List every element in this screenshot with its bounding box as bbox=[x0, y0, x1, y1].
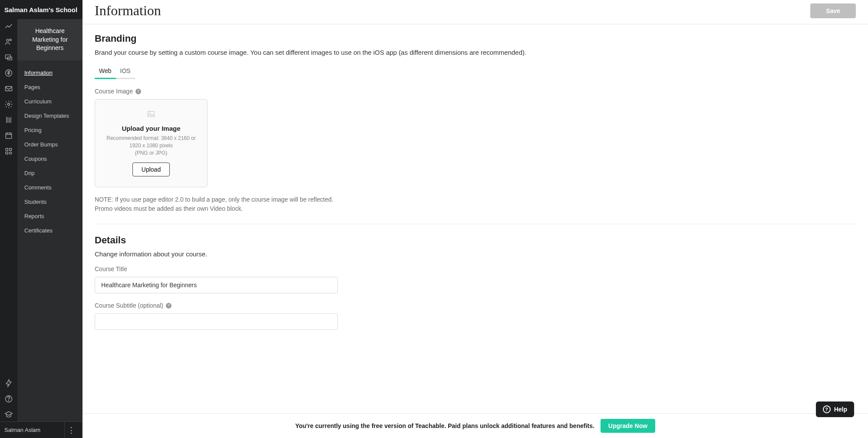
svg-point-0 bbox=[7, 39, 9, 41]
course-subtitle-label: Course Subtitle (optional) ? bbox=[95, 302, 856, 309]
svg-rect-8 bbox=[6, 148, 8, 150]
nav-pages[interactable]: Pages bbox=[17, 80, 83, 94]
nav-list: Information Pages Curriculum Design Temp… bbox=[17, 60, 83, 243]
upgrade-button[interactable]: Upgrade Now bbox=[601, 419, 655, 433]
course-image-label: Course Image ? bbox=[95, 88, 856, 95]
site-icon[interactable] bbox=[4, 53, 13, 62]
svg-point-6 bbox=[8, 103, 10, 106]
nav-comments[interactable]: Comments bbox=[17, 180, 83, 195]
analytics-icon[interactable] bbox=[4, 22, 13, 30]
branding-heading: Branding bbox=[95, 33, 856, 44]
help-tooltip-icon[interactable]: ? bbox=[135, 89, 141, 94]
save-button[interactable]: Save bbox=[810, 3, 856, 18]
banner-text: You're currently using the free version … bbox=[295, 422, 594, 429]
upload-hint-line1: Recommended format: 3840 x 2160 or 1920 … bbox=[106, 135, 195, 149]
upload-button[interactable]: Upload bbox=[132, 163, 170, 176]
nav-order-bumps[interactable]: Order Bumps bbox=[17, 137, 83, 152]
sidebar: Salman Aslam's School Healthcare Marketi… bbox=[17, 0, 83, 438]
image-placeholder-icon bbox=[146, 110, 156, 119]
user-name: Salman Aslam bbox=[4, 427, 40, 433]
course-title-label: Course Title bbox=[95, 265, 856, 272]
section-divider bbox=[95, 224, 856, 224]
svg-point-1 bbox=[10, 39, 11, 41]
tab-web[interactable]: Web bbox=[95, 64, 116, 79]
calendar-icon[interactable] bbox=[4, 131, 13, 140]
svg-rect-10 bbox=[6, 152, 8, 154]
courses-icon[interactable] bbox=[4, 116, 13, 124]
settings-icon[interactable] bbox=[4, 100, 13, 109]
nav-drip[interactable]: Drip bbox=[17, 166, 83, 180]
nav-reports[interactable]: Reports bbox=[17, 209, 83, 223]
help-float-label: Help bbox=[834, 406, 847, 413]
nav-curriculum[interactable]: Curriculum bbox=[17, 94, 83, 109]
branding-section: Branding Brand your course by setting a … bbox=[95, 33, 856, 213]
help-float-button[interactable]: ? Help bbox=[816, 402, 854, 417]
nav-pricing[interactable]: Pricing bbox=[17, 123, 83, 137]
details-heading: Details bbox=[95, 235, 856, 246]
tab-ios[interactable]: IOS bbox=[116, 64, 135, 79]
nav-design-templates[interactable]: Design Templates bbox=[17, 109, 83, 123]
content: Branding Brand your course by setting a … bbox=[83, 24, 868, 438]
branding-desc: Brand your course by setting a custom co… bbox=[95, 49, 856, 56]
nav-students[interactable]: Students bbox=[17, 195, 83, 209]
course-title-block: Healthcare Marketing for Beginners bbox=[17, 19, 83, 60]
upload-hint-line2: (PNG or JPG) bbox=[135, 150, 168, 156]
icon-rail bbox=[0, 0, 17, 438]
more-menu-icon[interactable]: ⋮ bbox=[64, 422, 77, 438]
nav-information[interactable]: Information bbox=[17, 66, 83, 80]
page-header: Information Save bbox=[83, 0, 868, 24]
branding-note-line1: NOTE: If you use page editor 2.0 to buil… bbox=[95, 196, 333, 203]
course-subtitle-input[interactable] bbox=[95, 313, 338, 330]
svg-rect-5 bbox=[6, 86, 12, 91]
main: Information Save Branding Brand your cou… bbox=[83, 0, 868, 438]
branding-tabs: Web IOS bbox=[95, 64, 856, 79]
svg-rect-2 bbox=[6, 55, 11, 58]
branding-note-line2: Promo videos must be added as their own … bbox=[95, 205, 243, 212]
school-name[interactable]: Salman Aslam's School bbox=[0, 0, 83, 19]
help-float-icon: ? bbox=[823, 405, 831, 413]
sales-icon[interactable] bbox=[4, 69, 13, 77]
course-title-input[interactable] bbox=[95, 277, 338, 293]
emails-icon[interactable] bbox=[4, 84, 13, 93]
details-desc: Change information about your course. bbox=[95, 250, 856, 258]
nav-coupons[interactable]: Coupons bbox=[17, 152, 83, 166]
svg-point-13 bbox=[9, 401, 9, 401]
upload-title: Upload your Image bbox=[102, 125, 200, 132]
help-tooltip-icon[interactable]: ? bbox=[166, 303, 172, 309]
course-subtitle-label-text: Course Subtitle (optional) bbox=[95, 302, 163, 309]
details-section: Details Change information about your co… bbox=[95, 235, 856, 338]
apps-icon[interactable] bbox=[4, 147, 13, 156]
upload-hint: Recommended format: 3840 x 2160 or 1920 … bbox=[102, 135, 200, 156]
page-title: Information bbox=[95, 3, 161, 19]
upload-box: Upload your Image Recommended format: 38… bbox=[95, 99, 208, 187]
bolt-icon[interactable] bbox=[4, 379, 13, 388]
branding-note: NOTE: If you use page editor 2.0 to buil… bbox=[95, 195, 856, 213]
user-footer: Salman Aslam ⋮ bbox=[0, 421, 82, 438]
course-image-label-text: Course Image bbox=[95, 88, 133, 95]
help-circle-icon[interactable] bbox=[4, 395, 13, 403]
svg-rect-9 bbox=[10, 148, 12, 150]
users-icon[interactable] bbox=[4, 37, 13, 46]
upgrade-banner: You're currently using the free version … bbox=[83, 413, 868, 438]
graduation-icon[interactable] bbox=[4, 410, 13, 419]
svg-rect-7 bbox=[6, 133, 11, 139]
svg-point-11 bbox=[10, 152, 12, 154]
nav-certificates[interactable]: Certificates bbox=[17, 223, 83, 238]
